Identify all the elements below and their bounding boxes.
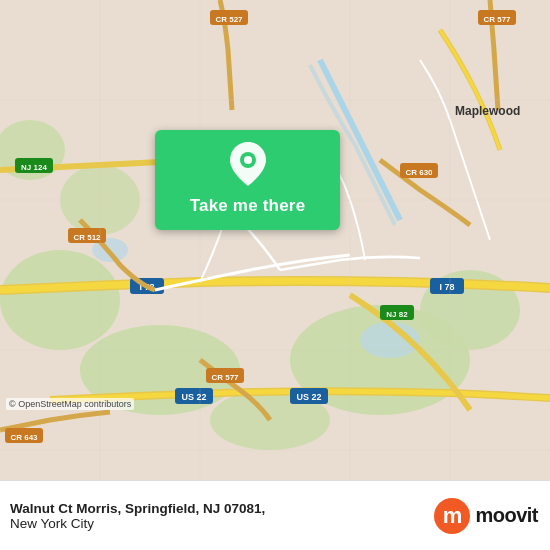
take-me-there-overlay[interactable]: Take me there (155, 130, 340, 230)
svg-text:I 78: I 78 (439, 282, 454, 292)
moovit-logo-icon: m (434, 498, 470, 534)
svg-point-1 (0, 250, 120, 350)
svg-text:CR 527: CR 527 (215, 15, 243, 24)
svg-text:CR 630: CR 630 (405, 168, 433, 177)
take-me-there-button[interactable]: Take me there (190, 196, 306, 216)
svg-text:NJ 82: NJ 82 (386, 310, 408, 319)
svg-text:US 22: US 22 (181, 392, 206, 402)
address-block: Walnut Ct Morris, Springfield, NJ 07081,… (10, 501, 265, 531)
svg-text:US 22: US 22 (296, 392, 321, 402)
map-attribution: © OpenStreetMap contributors (6, 398, 134, 410)
svg-text:CR 512: CR 512 (73, 233, 101, 242)
svg-text:NJ 124: NJ 124 (21, 163, 47, 172)
city-line: New York City (10, 516, 265, 531)
svg-text:CR 577: CR 577 (483, 15, 511, 24)
moovit-logo: m moovit (434, 498, 538, 534)
location-pin-icon (230, 142, 266, 190)
svg-text:CR 577: CR 577 (211, 373, 239, 382)
svg-point-44 (244, 156, 252, 164)
svg-text:Maplewood: Maplewood (455, 104, 520, 118)
address-line: Walnut Ct Morris, Springfield, NJ 07081, (10, 501, 265, 516)
info-bar: Walnut Ct Morris, Springfield, NJ 07081,… (0, 480, 550, 550)
svg-text:CR 643: CR 643 (10, 433, 38, 442)
map-area: I 78 I 78 US 22 US 22 NJ 82 NJ 124 CR 51… (0, 0, 550, 480)
moovit-logo-text: moovit (475, 504, 538, 527)
